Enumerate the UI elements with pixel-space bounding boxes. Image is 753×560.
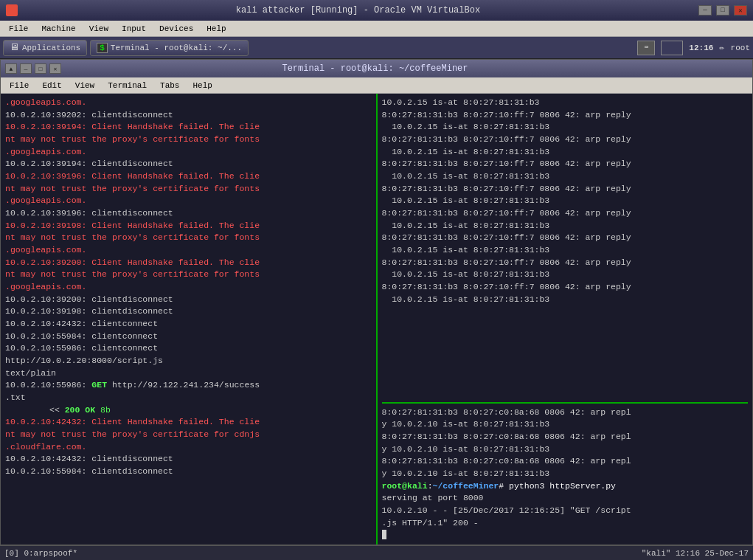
maximize-button[interactable]: □ [716, 5, 729, 15]
r-line-5: 10.0.2.15 is-at 8:0:27:81:31:b3 [382, 146, 749, 159]
terminal-menubar: File Edit View Terminal Tabs Help [1, 77, 752, 94]
left-line-29: .cloudflare.com. [5, 441, 372, 454]
terminal-icon: $ [97, 43, 108, 53]
left-line-18: 10.0.2.10:39198: clientdisconnect [5, 305, 372, 318]
r-line-12: 8:0:27:81:31:b3 8:0:27:10:ff:7 0806 42: … [382, 232, 749, 244]
menu-input[interactable]: Input [116, 23, 152, 35]
menu-file[interactable]: File [3, 23, 34, 35]
right-bottom-output: 8:0:27:81:31:b3 8:0:27:c0:8a:68 0806 42:… [382, 404, 749, 542]
left-line-31: 10.0.2.10:55984: clientdisconnect [5, 466, 372, 478]
user-label: root [731, 44, 750, 52]
applications-label: Applications [22, 44, 80, 52]
term-menu-edit[interactable]: Edit [36, 80, 67, 91]
left-line-11: 10.0.2.10:39198: Client Handshake failed… [5, 220, 372, 232]
cmd-text: python3 httpServer.py [509, 481, 616, 491]
prompt-user: root@kali [382, 481, 428, 491]
left-line-1: .googleapis.com. [5, 97, 372, 109]
left-line-9: .googleapis.com. [5, 195, 372, 207]
terminal-max-btn[interactable]: □ [35, 63, 46, 74]
titlebar: kali attacker [Running] - Oracle VM Virt… [0, 0, 753, 21]
prompt-hash: # [499, 481, 509, 491]
term-menu-help[interactable]: Help [187, 80, 218, 91]
menu-help[interactable]: Help [201, 23, 232, 35]
prompt-colon: : [428, 481, 433, 491]
left-line-15: nt may not trust the proxy's certificate… [5, 269, 372, 281]
prompt-path: ~/coffeeMiner [433, 481, 499, 491]
rb-line-4: y 10.0.2.10 is-at 8:0:27:81:31:b3 [382, 443, 749, 456]
terminal-nav-controls[interactable]: ▲ — □ ✕ [5, 63, 61, 74]
menu-view[interactable]: View [83, 23, 114, 35]
statusbar-right: "kali" 12:16 25-Dec-17 [642, 549, 749, 558]
terminal-up-btn[interactable]: ▲ [5, 63, 17, 74]
audio-icon[interactable] [661, 41, 683, 55]
left-line-6: 10.0.2.10:39194: clientdisconnect [5, 158, 372, 170]
left-line-10: 10.0.2.10:39196: clientdisconnect [5, 207, 372, 220]
terminal-taskbar-label: Terminal - root@kali: ~/... [111, 44, 242, 52]
term-menu-tabs[interactable]: Tabs [154, 80, 185, 91]
r-line-4: 8:0:27:81:31:b3 8:0:27:10:ff:7 0806 42: … [382, 134, 749, 146]
r-line-17: 10.0.2.15 is-at 8:0:27:81:31:b3 [382, 294, 749, 306]
left-line-21: 10.0.2.10:55986: clientconnect [5, 342, 372, 355]
left-line-12: nt may not trust the proxy's certificate… [5, 232, 372, 244]
rb-output-3: .js HTTP/1.1" 200 - [382, 517, 749, 530]
menu-devices[interactable]: Devices [153, 23, 199, 35]
left-line-19: 10.0.2.10:42432: clientconnect [5, 318, 372, 331]
kb-icon[interactable]: ⌨ [637, 41, 655, 55]
left-line-14: 10.0.2.10:39200: Client Handshake failed… [5, 257, 372, 269]
terminal-min-btn[interactable]: — [20, 63, 32, 74]
r-line-1: 10.0.2.15 is-at 8:0:27:81:31:b3 [382, 97, 749, 109]
left-line-3: 10.0.2.10:39194: Client Handshake failed… [5, 121, 372, 134]
term-menu-terminal[interactable]: Terminal [102, 80, 153, 91]
rb-line-3: 8:0:27:81:31:b3 8:0:27:c0:8a:68 0806 42:… [382, 431, 749, 443]
left-line-26: << 200 OK 8b [5, 404, 372, 417]
rb-line-5: 8:0:27:81:31:b3 8:0:27:c0:8a:68 0806 42:… [382, 455, 749, 468]
left-terminal-pane[interactable]: .googleapis.com. 10.0.2.10:39202: client… [1, 94, 378, 545]
left-line-24: 10.0.2.10:55986: GET http://92.122.241.2… [5, 379, 372, 392]
r-line-8: 8:0:27:81:31:b3 8:0:27:10:ff:7 0806 42: … [382, 183, 749, 196]
titlebar-title: kali attacker [Running] - Oracle VM Virt… [18, 5, 698, 15]
term-menu-view[interactable]: View [69, 80, 100, 91]
left-line-16: .googleapis.com. [5, 281, 372, 294]
window-controls[interactable]: — □ ✕ [698, 5, 747, 15]
r-line-3: 10.0.2.15 is-at 8:0:27:81:31:b3 [382, 121, 749, 134]
statusbar-left: [0] 0:arpspoof* [4, 549, 77, 558]
r-line-2: 8:0:27:81:31:b3 8:0:27:10:ff:7 0806 42: … [382, 109, 749, 122]
left-line-28: nt may not trust the proxy's certificate… [5, 429, 372, 441]
left-line-7: 10.0.2.10:39196: Client Handshake failed… [5, 170, 372, 183]
terminal-content: .googleapis.com. 10.0.2.10:39202: client… [1, 94, 752, 545]
r-line-7: 10.0.2.15 is-at 8:0:27:81:31:b3 [382, 170, 749, 183]
close-button[interactable]: ✕ [734, 5, 747, 15]
taskbar: 🖥 Applications $ Terminal - root@kali: ~… [0, 37, 753, 59]
right-terminal-pane[interactable]: 10.0.2.15 is-at 8:0:27:81:31:b3 8:0:27:8… [378, 94, 753, 545]
menu-machine[interactable]: Machine [35, 23, 81, 35]
term-menu-file[interactable]: File [4, 80, 35, 91]
statusbar: [0] 0:arpspoof* "kali" 12:16 25-Dec-17 [0, 545, 753, 560]
vbox-menubar: File Machine View Input Devices Help [0, 21, 753, 37]
r-line-10: 8:0:27:81:31:b3 8:0:27:10:ff:7 0806 42: … [382, 207, 749, 220]
r-line-14: 8:0:27:81:31:b3 8:0:27:10:ff:7 0806 42: … [382, 257, 749, 269]
terminal-titlebar: ▲ — □ ✕ Terminal - root@kali: ~/coffeeMi… [1, 60, 752, 77]
left-line-22: http://10.0.2.20:8000/script.js [5, 355, 372, 367]
terminal-close-btn[interactable]: ✕ [49, 63, 61, 74]
applications-button[interactable]: 🖥 Applications [3, 40, 87, 56]
terminal-window: ▲ — □ ✕ Terminal - root@kali: ~/coffeeMi… [0, 59, 753, 545]
left-line-2: 10.0.2.10:39202: clientdisconnect [5, 109, 372, 122]
left-line-4: nt may not trust the proxy's certificate… [5, 134, 372, 146]
rb-line-1: 8:0:27:81:31:b3 8:0:27:c0:8a:68 0806 42:… [382, 407, 749, 419]
r-line-15: 10.0.2.15 is-at 8:0:27:81:31:b3 [382, 269, 749, 281]
r-line-16: 8:0:27:81:31:b3 8:0:27:10:ff:7 0806 42: … [382, 281, 749, 294]
left-line-5: .googleapis.com. [5, 146, 372, 159]
r-line-11: 10.0.2.15 is-at 8:0:27:81:31:b3 [382, 220, 749, 232]
vbox-icon [6, 4, 18, 16]
left-line-20: 10.0.2.10:55984: clientconnect [5, 331, 372, 343]
left-line-8: nt may not trust the proxy's certificate… [5, 183, 372, 196]
left-line-23: text/plain [5, 367, 372, 380]
left-line-30: 10.0.2.10:42432: clientdisconnect [5, 453, 372, 466]
terminal-taskbar-item[interactable]: $ Terminal - root@kali: ~/... [90, 40, 249, 56]
rb-cmd-line: root@kali:~/coffeeMiner# python3 httpSer… [382, 480, 749, 493]
pencil-icon: ✏ [719, 42, 724, 53]
r-line-9: 10.0.2.15 is-at 8:0:27:81:31:b3 [382, 195, 749, 207]
rb-line-6: y 10.0.2.10 is-at 8:0:27:81:31:b3 [382, 468, 749, 480]
minimize-button[interactable]: — [698, 5, 712, 15]
left-line-27: 10.0.2.10:42432: Client Handshake failed… [5, 416, 372, 429]
